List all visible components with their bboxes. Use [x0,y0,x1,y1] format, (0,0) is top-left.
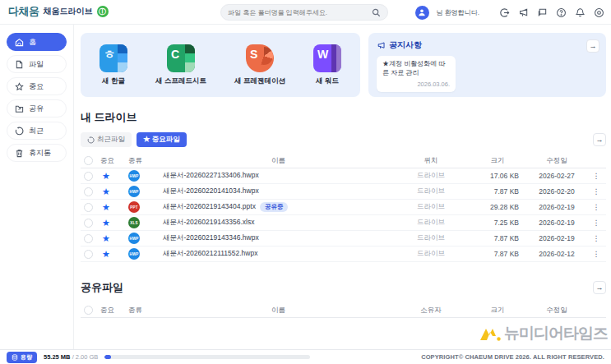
file-modified: 2026-02-19 [527,234,586,242]
sidebar-item-recent[interactable]: 최근 [7,122,67,140]
my-drive-table: 중요 종류 이름 위치 크기 수정일 ★ HWP 새문서-20260227133… [81,154,606,262]
logo[interactable]: 다채움 채움드라이브 ⓘ [8,4,109,19]
main-content: ㅎ 새 한글 C 새 스프레드시트 S 새 프레젠테이션 W 새 워드 공지사항… [74,25,611,349]
row-menu-button[interactable]: ⋮ [586,187,606,196]
row-checkbox[interactable] [84,250,93,259]
col-type: 종류 [128,156,163,166]
recent-files-filter-button[interactable]: 최근파일 [81,132,132,147]
storage-progress-bar [104,355,310,359]
file-icon [15,60,24,69]
sidebar-item-label: 홈 [29,37,36,48]
sidebar-item-label: 공유 [29,104,44,114]
share-folder-icon [15,104,24,113]
announcement-icon[interactable] [517,7,529,18]
col-name: 이름 [163,156,394,166]
new-presentation-label: 새 프레젠테이션 [234,76,285,86]
new-presentation-button[interactable]: S 새 프레젠테이션 [234,44,285,86]
col-location: 위치 [394,156,468,166]
new-word-label: 새 워드 [316,76,339,86]
star-icon[interactable]: ★ [100,234,128,243]
sidebar-item-important[interactable]: 중요 [7,77,67,95]
sidebar-item-home[interactable]: 홈 [7,33,67,51]
file-size: 7.87 KB [468,187,527,196]
star-icon[interactable]: ★ [100,203,128,212]
storage-icon [12,354,18,361]
footer-bar: 용량 55.25 MB / 2.00 GB COPYRIGHT© CHAEUM … [0,349,611,364]
search-input[interactable] [228,9,372,16]
spreadsheet-icon: C [167,44,195,72]
row-checkbox[interactable] [84,203,93,212]
row-menu-button[interactable]: ⋮ [586,172,606,180]
row-checkbox[interactable] [84,219,93,228]
new-hangul-button[interactable]: ㅎ 새 한글 [100,44,127,86]
star-icon[interactable]: ★ [100,250,128,259]
row-menu-button[interactable]: ⋮ [586,219,606,227]
my-drive-more-button[interactable]: → [593,133,606,146]
table-row[interactable]: ★ HWP 새문서-20260219143346.hwpx 드라이브 7.87 … [81,231,606,247]
sidebar-item-shared[interactable]: 공유 [7,99,67,117]
shared-files-title: 공유파일 [81,280,123,295]
storage-total: / 2.00 GB [72,353,99,361]
notice-more-button[interactable]: → [586,39,599,53]
quick-create-panel: ㅎ 새 한글 C 새 스프레드시트 S 새 프레젠테이션 W 새 워드 [81,33,360,97]
file-location: 드라이브 [394,218,468,228]
word-icon: W [313,44,341,72]
shared-files-more-button[interactable]: → [593,281,606,294]
file-name: 새문서-20260212111552.hwpx [163,249,257,259]
copyright-text: COPYRIGHT© CHAEUM DRIVE 2026. ALL RIGHT … [421,353,604,361]
col-modified: 수정일 [527,306,586,316]
star-icon[interactable]: ★ [100,219,128,228]
file-modified: 2026-02-19 [527,203,586,211]
chat-icon[interactable] [536,7,548,18]
notice-item-text: ★계정 비활성화에 따른 자료 관리 [382,60,450,78]
file-modified: 2026-02-12 [527,250,586,258]
recent-icon [15,127,24,136]
file-modified: 2026-02-20 [527,187,586,196]
row-menu-button[interactable]: ⋮ [586,234,606,242]
sidebar-item-files[interactable]: 파일 [7,55,67,73]
table-header-row: 중요 종류 이름 소유자 크기 수정일 [81,303,606,318]
my-drive-title: 내 드라이브 [81,110,606,125]
row-menu-button[interactable]: ⋮ [586,203,606,211]
sidebar-item-label: 중요 [29,81,44,92]
row-menu-button[interactable]: ⋮ [586,250,606,258]
row-checkbox[interactable] [84,234,93,243]
file-size: 17.06 KB [468,172,527,180]
logo-text: 다채움 [8,4,39,19]
settings-icon[interactable] [593,7,604,18]
select-all-checkbox[interactable] [84,156,93,165]
table-header-row: 중요 종류 이름 위치 크기 수정일 [81,154,606,168]
important-files-filter-button[interactable]: ★ 중요파일 [137,132,187,147]
search-bar[interactable] [220,4,388,21]
table-row[interactable]: ★ PPT 새문서-20260219143404.pptx 공유중 드라이브 2… [81,200,606,215]
storage-button[interactable]: 용량 [7,352,37,363]
star-icon[interactable]: ★ [100,172,128,181]
hwp-file-icon: HWP [128,233,140,244]
storage-progress-fill [104,355,111,359]
trash-icon [15,149,24,158]
table-row[interactable]: ★ HWP 새문서-20260220141034.hwpx 드라이브 7.87 … [81,184,606,200]
new-spreadsheet-button[interactable]: C 새 스프레드시트 [155,44,206,86]
help-icon[interactable] [555,7,567,18]
file-modified: 2026-02-19 [527,219,586,227]
bell-icon[interactable] [574,7,586,18]
row-checkbox[interactable] [84,172,93,181]
select-all-checkbox[interactable] [84,306,93,315]
notice-item[interactable]: ★계정 비활성화에 따른 자료 관리 2026.03.06. [377,56,456,92]
refresh-icon [87,136,95,144]
file-location: 드라이브 [394,171,468,181]
ppt-file-icon: PPT [128,201,140,213]
home-icon [15,38,24,47]
logout-icon[interactable] [498,7,510,18]
file-size: 29.28 KB [468,203,527,211]
sidebar-item-trash[interactable]: 휴지통 [7,144,67,162]
table-row[interactable]: ★ HWP 새문서-20260212111552.hwpx 드라이브 7.87 … [81,247,606,262]
star-icon[interactable]: ★ [100,187,128,196]
notice-title: 공지사항 [389,39,422,51]
table-row[interactable]: ★ HWP 새문서-20260227133406.hwpx 드라이브 17.06… [81,168,606,184]
avatar[interactable] [415,6,429,20]
new-word-button[interactable]: W 새 워드 [313,44,341,86]
table-row[interactable]: ★ XLS 새문서-20260219143356.xlsx 드라이브 7.25 … [81,215,606,231]
row-checkbox[interactable] [84,187,93,196]
col-modified: 수정일 [527,156,586,166]
